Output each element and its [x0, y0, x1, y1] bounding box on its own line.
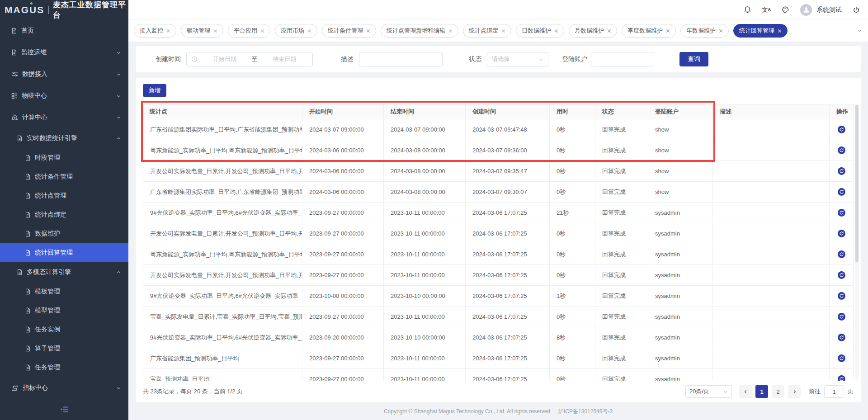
goto-page-input[interactable] — [824, 385, 844, 398]
tab[interactable]: 月数据维护 — [569, 24, 617, 38]
logo-green-dot-icon — [30, 2, 33, 5]
close-icon[interactable] — [501, 29, 505, 33]
cell-desc — [713, 182, 830, 203]
sidebar-item[interactable]: 计算中心 — [0, 107, 128, 128]
page-size-select[interactable]: 20条/页 — [685, 385, 732, 398]
user-name[interactable]: 系统测试 — [816, 6, 842, 14]
recalculate-action-icon[interactable] — [838, 334, 845, 341]
cell-actions — [830, 161, 854, 182]
start-date-placeholder[interactable]: 开始日期 — [201, 55, 248, 63]
close-icon[interactable] — [260, 29, 264, 33]
tab[interactable]: 平台应用 — [228, 24, 270, 38]
status-select[interactable]: 请选择 — [487, 52, 548, 66]
close-icon[interactable] — [166, 29, 170, 33]
sidebar-item[interactable]: 模型管理 — [0, 301, 128, 320]
tab[interactable]: 统计回算管理 — [733, 24, 788, 38]
close-icon[interactable] — [666, 29, 670, 33]
recalculate-action-icon[interactable] — [838, 209, 845, 217]
tab[interactable]: 统计点绑定 — [463, 24, 511, 38]
cell-account: sysadmin — [648, 348, 713, 369]
doc-icon — [25, 155, 31, 161]
recalculate-action-icon[interactable] — [838, 271, 845, 279]
doc-icon — [25, 364, 31, 371]
sidebar-item[interactable]: 指标中心 — [0, 377, 128, 399]
sidebar-item-label: 指标中心 — [23, 384, 48, 392]
user-avatar[interactable] — [800, 4, 812, 16]
sidebar-item[interactable]: 首页 — [0, 20, 128, 42]
table-scrollbar — [855, 104, 859, 381]
sidebar-item[interactable]: 统计条件管理 — [0, 167, 128, 186]
app-root: MAGUS 麦杰工业数据管理平台 首页 监控运维 — [0, 0, 868, 420]
close-icon[interactable] — [366, 29, 370, 33]
desc-input[interactable] — [359, 52, 443, 66]
next-page-button[interactable] — [788, 385, 801, 398]
tab[interactable]: 应用市场 — [275, 24, 317, 38]
tabs-collapse-chevron-icon[interactable] — [857, 28, 862, 33]
sidebar-item[interactable]: 模板管理 — [0, 282, 128, 301]
recalculate-action-icon[interactable] — [838, 126, 845, 133]
sidebar-collapse-icon[interactable] — [60, 406, 69, 413]
close-icon[interactable] — [554, 29, 558, 33]
recalculate-action-icon[interactable] — [838, 375, 845, 381]
sliders-icon — [11, 71, 18, 77]
language-translate-icon[interactable]: 文A — [762, 7, 771, 13]
cell-duration: 1秒 — [550, 286, 595, 307]
sidebar-item[interactable]: 多模态计算引擎 — [0, 262, 128, 282]
sidebar-item-label: 实时数据统计引擎 — [27, 134, 77, 142]
recalculate-action-icon[interactable] — [838, 354, 845, 362]
sidebar-item[interactable]: 数据维护 — [0, 224, 128, 243]
sidebar-item[interactable]: 时段管理 — [0, 148, 128, 167]
power-logout-icon[interactable] — [853, 6, 860, 14]
date-range-picker[interactable]: 开始日期 至 结束日期 — [186, 52, 313, 66]
search-button[interactable]: 查询 — [679, 52, 708, 66]
sidebar-item[interactable]: 监控运维 — [0, 42, 128, 63]
sidebar-footer — [0, 399, 128, 420]
page-button[interactable]: 1 — [755, 385, 768, 398]
cell-desc — [713, 119, 830, 140]
sidebar-item-label: 计算中心 — [22, 113, 47, 122]
tab[interactable]: 统计条件管理 — [322, 24, 376, 38]
tab[interactable]: 年数据维护 — [680, 24, 729, 38]
range-separator: 至 — [252, 55, 258, 63]
sidebar-item[interactable]: 统计回算管理 — [0, 243, 128, 262]
recalculate-action-icon[interactable] — [838, 188, 845, 196]
add-button[interactable]: 新增 — [143, 84, 166, 97]
sidebar-item[interactable]: 实时数据统计引擎 — [0, 128, 128, 148]
tab[interactable]: 日数据维护 — [516, 24, 564, 38]
sidebar-item[interactable]: 任务管理 — [0, 358, 128, 377]
tab[interactable]: 接入监控 — [134, 24, 176, 38]
recalculate-action-icon[interactable] — [838, 146, 845, 154]
theme-palette-icon[interactable] — [782, 6, 789, 14]
tab-label: 统计点管理新增和编辑 — [387, 27, 445, 35]
prev-page-button[interactable] — [739, 385, 752, 398]
sidebar-item[interactable]: 数据接入 — [0, 63, 128, 85]
close-icon[interactable] — [607, 29, 611, 33]
recalculate-action-icon[interactable] — [838, 313, 845, 321]
cell-point: 9#光伏逆变器_实际功率_日平均,6#光伏逆变器_实际功率_日... — [143, 203, 302, 223]
tab[interactable]: 季度数据维护 — [622, 24, 676, 38]
close-icon[interactable] — [307, 29, 311, 33]
sidebar-item[interactable]: 统计点管理 — [0, 186, 128, 205]
tab[interactable]: 统计点管理新增和编辑 — [381, 24, 458, 38]
sidebar-item[interactable]: 统计点绑定 — [0, 205, 128, 224]
table-scrollbar-thumb[interactable] — [855, 105, 859, 262]
notification-bell-icon[interactable] — [744, 6, 751, 14]
close-icon[interactable] — [778, 29, 782, 33]
close-icon[interactable] — [213, 29, 217, 33]
close-icon[interactable] — [448, 29, 453, 33]
cell-duration: 21秒 — [550, 203, 595, 223]
sidebar-item[interactable]: 算子管理 — [0, 339, 128, 358]
recalculate-action-icon[interactable] — [838, 250, 845, 258]
account-input[interactable] — [591, 52, 654, 66]
end-date-placeholder[interactable]: 结束日期 — [261, 55, 308, 63]
sidebar-item[interactable]: 任务实例 — [0, 320, 128, 339]
sidebar-item-label: 统计点绑定 — [35, 211, 66, 219]
recalculate-action-icon[interactable] — [838, 167, 845, 175]
sidebar-item[interactable]: 物联中心 — [0, 85, 128, 107]
page-button[interactable]: 2 — [772, 385, 784, 398]
tab[interactable]: 驱动管理 — [181, 24, 223, 38]
recalculate-action-icon[interactable] — [838, 292, 845, 300]
table-row: 广东省能源集团实际功率_日平均,广东省能源集团_预测功率_... 2024-03… — [143, 119, 854, 140]
close-icon[interactable] — [719, 29, 723, 33]
recalculate-action-icon[interactable] — [838, 230, 845, 237]
